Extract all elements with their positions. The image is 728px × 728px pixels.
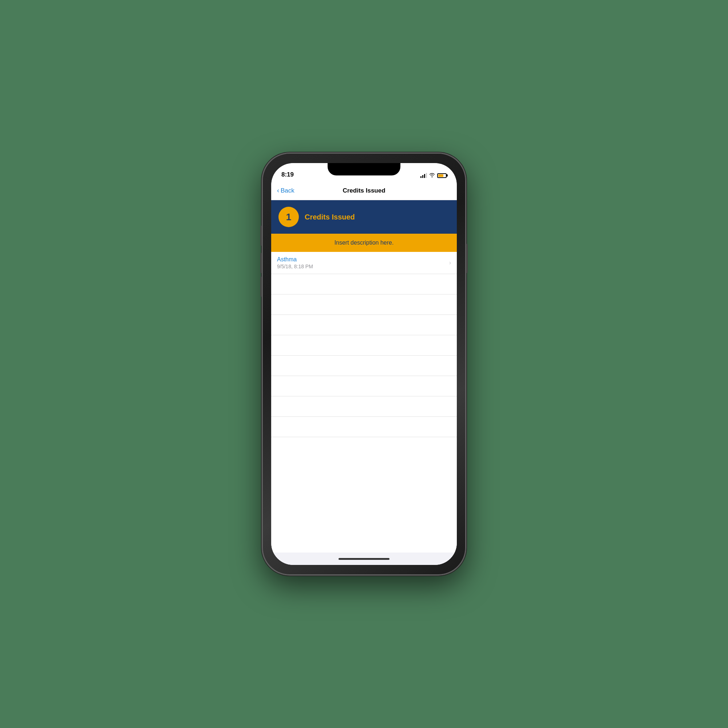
status-icons (421, 173, 447, 178)
wifi-icon (429, 173, 435, 178)
status-time: 8:19 (281, 171, 294, 178)
list-item[interactable]: Asthma 9/5/18, 8:18 PM › (271, 252, 457, 274)
content-area: 1 Credits Issued Insert description here… (271, 200, 457, 565)
home-indicator (271, 552, 457, 565)
list-area: Asthma 9/5/18, 8:18 PM › (271, 252, 457, 552)
badge-circle: 1 (278, 207, 299, 227)
list-item-title: Asthma (277, 256, 313, 263)
notch (327, 163, 401, 176)
empty-row (271, 294, 457, 315)
signal-bars-icon (421, 173, 427, 178)
empty-row (271, 335, 457, 356)
list-item-content: Asthma 9/5/18, 8:18 PM (277, 256, 313, 269)
back-label: Back (281, 187, 294, 194)
description-text: Insert description here. (335, 240, 394, 246)
back-button[interactable]: ‹ Back (277, 187, 294, 194)
home-bar (338, 558, 390, 560)
phone-screen: 8:19 (271, 163, 457, 565)
chevron-right-icon: › (449, 260, 451, 266)
header-banner: 1 Credits Issued (271, 200, 457, 234)
nav-bar: ‹ Back Credits Issued (271, 181, 457, 200)
battery-icon (437, 173, 447, 178)
phone-screen-wrapper: 8:19 (271, 163, 457, 565)
empty-row (271, 274, 457, 294)
banner-title: Credits Issued (305, 213, 355, 221)
empty-row (271, 376, 457, 396)
empty-row (271, 315, 457, 335)
empty-row (271, 417, 457, 437)
empty-row (271, 396, 457, 417)
badge-number: 1 (286, 211, 291, 223)
nav-title: Credits Issued (343, 187, 385, 194)
description-bar: Insert description here. (271, 234, 457, 252)
chevron-left-icon: ‹ (277, 187, 279, 194)
phone-device: 8:19 (262, 153, 466, 575)
empty-row (271, 356, 457, 376)
list-item-subtitle: 9/5/18, 8:18 PM (277, 263, 313, 269)
